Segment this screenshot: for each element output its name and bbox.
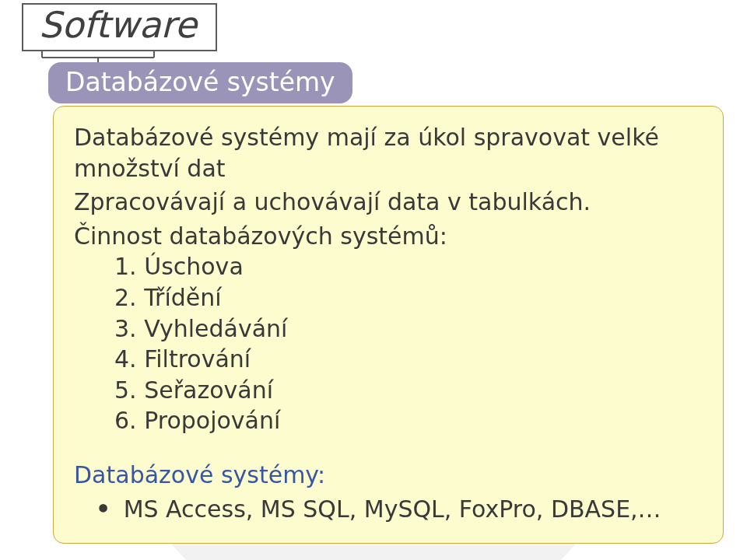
intro-paragraph-1: Databázové systémy mají za úkol spravova… <box>74 122 703 184</box>
list-item: 6. Propojování <box>114 405 703 436</box>
list-item: 1. Úschova <box>114 251 703 282</box>
list-item: 4. Filtrování <box>114 344 703 375</box>
list-item: 3. Vyhledávání <box>114 313 703 345</box>
list-item: 5. Seřazování <box>114 375 703 406</box>
activities-heading: Činnost databázových systémů: <box>74 221 703 252</box>
activities-list: 1. Úschova 2. Třídění 3. Vyhledávání 4. … <box>74 251 703 436</box>
list-item: MS Access, MS SQL, MySQL, FoxPro, DBASE,… <box>114 494 703 525</box>
slide: Software Databázové systémy Databázové s… <box>0 0 747 560</box>
title-box: Software <box>22 3 217 51</box>
list-item: 2. Třídění <box>114 282 703 313</box>
systems-heading: Databázové systémy: <box>74 460 703 491</box>
systems-list: MS Access, MS SQL, MySQL, FoxPro, DBASE,… <box>74 494 703 525</box>
content-box: Databázové systémy mají za úkol spravova… <box>53 106 724 544</box>
intro-paragraph-2: Zpracovávají a uchovávají data v tabulká… <box>74 187 703 218</box>
slide-title: Software <box>39 6 197 44</box>
topic-chip: Databázové systémy <box>48 62 352 103</box>
